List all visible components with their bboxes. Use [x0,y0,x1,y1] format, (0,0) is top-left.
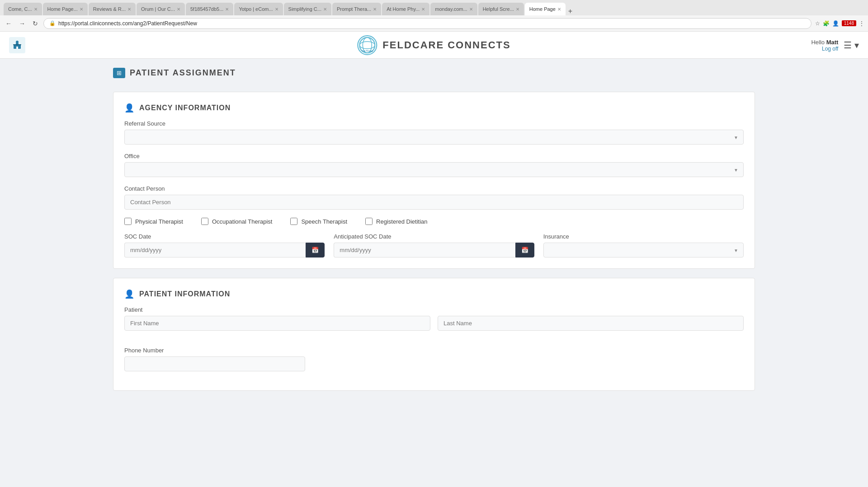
registered-dietitian-checkbox[interactable] [365,218,373,225]
new-tab-button[interactable]: + [568,7,572,15]
user-greeting: Hello Matt Log off [811,38,838,52]
office-select[interactable] [124,162,744,177]
soc-date-input-wrapper: 📅 [124,243,325,258]
brand-name: FELDCARE CONNECTS [382,39,510,51]
contact-person-label: Contact Person [124,185,744,192]
svg-text:Your Therapy: Your Therapy [362,50,373,52]
patient-info-card: 👤 Patient Information Patient Phone Numb… [113,278,755,391]
tab-8-label: Prompt Thera... [337,6,371,12]
hamburger-icon[interactable]: ☰ ▾ [844,40,859,51]
last-name-input[interactable] [438,316,744,331]
profile-icon[interactable]: 👤 [832,20,839,27]
notification-badge: 1148 [842,20,856,26]
tab-1-close[interactable]: ✕ [34,7,38,12]
patient-name-group: Patient [124,306,744,339]
tab-5-close[interactable]: ✕ [225,7,229,12]
tab-11-label: Helpful Scre... [483,6,514,12]
tab-6[interactable]: Yotpo | eCom... ✕ [234,3,283,15]
physical-therapist-checkbox-item[interactable]: Physical Therapist [124,218,183,225]
tab-9[interactable]: At Home Phy... ✕ [382,3,429,15]
insurance-select[interactable] [543,243,744,258]
browser-actions: ☆ 🧩 👤 1148 ⋮ [815,20,864,27]
tab-5[interactable]: 5f185457db5... ✕ [186,3,233,15]
occupational-therapist-checkbox[interactable] [201,218,208,225]
tab-2-close[interactable]: ✕ [80,7,83,12]
tab-4-label: Orum | Our C... [141,6,175,12]
soc-date-input[interactable] [124,243,306,258]
tab-8[interactable]: Prompt Thera... ✕ [332,3,381,15]
patient-icon: 👤 [124,289,135,299]
anticipated-soc-date-group: Anticipated SOC Date 📅 [334,233,534,258]
anticipated-soc-date-input[interactable] [334,243,515,258]
app-header: Your Therapy FELDCARE CONNECTS Hello Mat… [0,32,868,59]
tab-9-close[interactable]: ✕ [421,7,425,12]
user-name: Matt [826,39,839,46]
extensions-icon[interactable]: 🧩 [823,20,830,27]
menu-icon[interactable]: ⋮ [859,20,864,27]
speech-therapist-checkbox-item[interactable]: Speech Therapist [290,218,347,225]
address-bar[interactable]: 🔒 https://portal.cliniconnects.com/ang2/… [43,18,811,29]
registered-dietitian-checkbox-item[interactable]: Registered Dietitian [365,218,427,225]
tab-10-close[interactable]: ✕ [469,7,473,12]
speech-therapist-checkbox[interactable] [290,218,297,225]
tab-2-label: Home Page... [47,6,78,12]
phone-number-group: Phone Number [124,347,744,371]
occupational-therapist-label: Occupational Therapist [212,218,272,225]
speech-therapist-label: Speech Therapist [301,218,347,225]
referral-source-select[interactable] [124,130,744,145]
tab-2[interactable]: Home Page... ✕ [43,3,88,15]
forward-button[interactable]: → [17,18,27,29]
anticipated-soc-date-label: Anticipated SOC Date [334,233,534,240]
office-label: Office [124,153,744,159]
last-name-group [438,316,744,331]
page-title: PATIENT ASSIGNMENT [130,68,236,78]
clinic-icon [9,37,25,53]
insurance-select-wrapper [543,243,744,258]
tab-11[interactable]: Helpful Scre... ✕ [478,3,524,15]
tab-11-close[interactable]: ✕ [516,7,519,12]
star-icon[interactable]: ☆ [815,20,820,27]
page-title-icon: ⊞ [113,68,125,78]
tab-3[interactable]: Reviews & R... ✕ [89,3,136,15]
header-right: Hello Matt Log off ☰ ▾ [811,38,859,52]
logout-link[interactable]: Log off [811,46,838,52]
anticipated-soc-date-calendar-button[interactable]: 📅 [515,243,534,258]
tab-3-close[interactable]: ✕ [127,7,131,12]
physical-therapist-label: Physical Therapist [135,218,183,225]
tab-4-close[interactable]: ✕ [177,7,180,12]
svg-point-3 [16,41,19,43]
tab-1-label: Come, C... [8,6,32,12]
tab-7[interactable]: Simplifying C... ✕ [284,3,331,15]
back-button[interactable]: ← [4,18,14,29]
soc-date-label: SOC Date [124,233,325,240]
tab-12[interactable]: Home Page ✕ [525,3,566,15]
office-wrapper [124,162,744,177]
tab-1[interactable]: Come, C... ✕ [4,3,42,15]
page-title-row: ⊞ PATIENT ASSIGNMENT [113,68,755,83]
agency-info-card: 👤 Agency Information Referral Source Off… [113,92,755,269]
patient-name-row [124,316,744,339]
occupational-therapist-checkbox-item[interactable]: Occupational Therapist [201,218,272,225]
header-left [9,37,25,53]
tab-10[interactable]: monday.com... ✕ [430,3,477,15]
svg-point-7 [359,42,375,49]
first-name-input[interactable] [124,316,430,331]
anticipated-soc-date-input-wrapper: 📅 [334,243,534,258]
contact-person-input[interactable] [124,195,744,210]
registered-dietitian-label: Registered Dietitian [376,218,427,225]
tab-6-close[interactable]: ✕ [275,7,278,12]
therapist-checkboxes-row: Physical Therapist Occupational Therapis… [124,218,744,225]
reload-button[interactable]: ↻ [31,18,40,29]
tab-7-close[interactable]: ✕ [323,7,327,12]
contact-person-group: Contact Person [124,185,744,210]
address-bar-row: ← → ↻ 🔒 https://portal.cliniconnects.com… [0,15,868,32]
agency-section-title: 👤 Agency Information [124,103,744,113]
physical-therapist-checkbox[interactable] [124,218,132,225]
soc-date-calendar-button[interactable]: 📅 [306,243,325,258]
tab-9-label: At Home Phy... [387,6,420,12]
tab-12-close[interactable]: ✕ [557,7,561,12]
tab-4[interactable]: Orum | Our C... ✕ [137,3,185,15]
tab-6-label: Yotpo | eCom... [239,6,273,12]
phone-number-input[interactable] [124,356,305,371]
tab-8-close[interactable]: ✕ [373,7,377,12]
